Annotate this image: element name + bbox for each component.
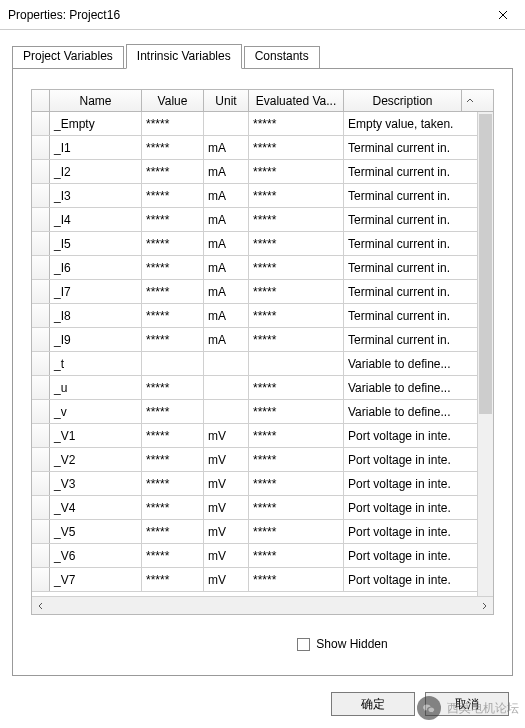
row-header[interactable]	[32, 232, 50, 255]
cell-evaluated[interactable]: *****	[249, 304, 344, 327]
table-row[interactable]: _V7*****mV*****Port voltage in inte.	[32, 568, 493, 592]
tab-intrinsic-variables[interactable]: Intrinsic Variables	[126, 44, 242, 69]
cell-value[interactable]: *****	[142, 232, 204, 255]
cell-evaluated[interactable]: *****	[249, 208, 344, 231]
cell-value[interactable]: *****	[142, 136, 204, 159]
row-header[interactable]	[32, 472, 50, 495]
cell-unit[interactable]: mA	[204, 256, 249, 279]
cell-description[interactable]: Port voltage in inte.	[344, 568, 462, 591]
cell-name[interactable]: _V6	[50, 544, 142, 567]
grid-header-description[interactable]: Description	[344, 90, 462, 111]
cell-name[interactable]: _Empty	[50, 112, 142, 135]
cell-value[interactable]: *****	[142, 328, 204, 351]
cell-description[interactable]: Port voltage in inte.	[344, 544, 462, 567]
row-header[interactable]	[32, 568, 50, 591]
horizontal-scrollbar[interactable]	[32, 596, 493, 614]
cell-value[interactable]: *****	[142, 304, 204, 327]
cell-evaluated[interactable]: *****	[249, 400, 344, 423]
row-header[interactable]	[32, 280, 50, 303]
scroll-right-button[interactable]	[475, 597, 493, 615]
table-row[interactable]: _V3*****mV*****Port voltage in inte.	[32, 472, 493, 496]
table-row[interactable]: _I3*****mA*****Terminal current in.	[32, 184, 493, 208]
cell-evaluated[interactable]: *****	[249, 472, 344, 495]
grid-header-unit[interactable]: Unit	[204, 90, 249, 111]
row-header[interactable]	[32, 160, 50, 183]
cell-description[interactable]: Port voltage in inte.	[344, 520, 462, 543]
cell-evaluated[interactable]: *****	[249, 544, 344, 567]
cell-value[interactable]: *****	[142, 472, 204, 495]
row-header[interactable]	[32, 424, 50, 447]
cell-name[interactable]: _t	[50, 352, 142, 375]
cell-evaluated[interactable]: *****	[249, 232, 344, 255]
cell-name[interactable]: _I9	[50, 328, 142, 351]
row-header[interactable]	[32, 112, 50, 135]
cell-value[interactable]: *****	[142, 112, 204, 135]
table-row[interactable]: _I2*****mA*****Terminal current in.	[32, 160, 493, 184]
cell-value[interactable]	[142, 352, 204, 375]
cell-description[interactable]: Terminal current in.	[344, 280, 462, 303]
cell-unit[interactable]: mV	[204, 496, 249, 519]
cell-description[interactable]: Variable to define...	[344, 400, 462, 423]
cell-evaluated[interactable]: *****	[249, 328, 344, 351]
table-row[interactable]: _u**********Variable to define...	[32, 376, 493, 400]
cell-evaluated[interactable]	[249, 352, 344, 375]
cell-value[interactable]: *****	[142, 544, 204, 567]
cell-name[interactable]: _V5	[50, 520, 142, 543]
cell-value[interactable]: *****	[142, 184, 204, 207]
cell-value[interactable]: *****	[142, 496, 204, 519]
row-header[interactable]	[32, 304, 50, 327]
cell-evaluated[interactable]: *****	[249, 256, 344, 279]
row-header[interactable]	[32, 256, 50, 279]
cell-unit[interactable]: mV	[204, 424, 249, 447]
cell-evaluated[interactable]: *****	[249, 424, 344, 447]
cell-unit[interactable]: mV	[204, 448, 249, 471]
cell-description[interactable]: Terminal current in.	[344, 304, 462, 327]
cell-evaluated[interactable]: *****	[249, 376, 344, 399]
cell-unit[interactable]: mV	[204, 520, 249, 543]
table-row[interactable]: _I4*****mA*****Terminal current in.	[32, 208, 493, 232]
grid-header-value[interactable]: Value	[142, 90, 204, 111]
cell-name[interactable]: _V2	[50, 448, 142, 471]
vertical-scrollbar[interactable]	[477, 112, 493, 596]
cell-description[interactable]: Port voltage in inte.	[344, 496, 462, 519]
table-row[interactable]: _V2*****mV*****Port voltage in inte.	[32, 448, 493, 472]
close-button[interactable]	[480, 0, 525, 30]
show-hidden-checkbox[interactable]: Show Hidden	[297, 637, 387, 651]
cell-evaluated[interactable]: *****	[249, 160, 344, 183]
cell-description[interactable]: Port voltage in inte.	[344, 472, 462, 495]
cell-evaluated[interactable]: *****	[249, 520, 344, 543]
cell-name[interactable]: _I8	[50, 304, 142, 327]
cell-evaluated[interactable]: *****	[249, 280, 344, 303]
cell-evaluated[interactable]: *****	[249, 136, 344, 159]
table-row[interactable]: _V4*****mV*****Port voltage in inte.	[32, 496, 493, 520]
cell-name[interactable]: _u	[50, 376, 142, 399]
cell-unit[interactable]: mA	[204, 304, 249, 327]
cell-description[interactable]: Terminal current in.	[344, 208, 462, 231]
cell-name[interactable]: _I6	[50, 256, 142, 279]
cell-value[interactable]: *****	[142, 280, 204, 303]
cell-description[interactable]: Terminal current in.	[344, 328, 462, 351]
cell-name[interactable]: _I3	[50, 184, 142, 207]
row-header[interactable]	[32, 208, 50, 231]
cell-description[interactable]: Empty value, taken.	[344, 112, 462, 135]
cell-evaluated[interactable]: *****	[249, 568, 344, 591]
table-row[interactable]: _I6*****mA*****Terminal current in.	[32, 256, 493, 280]
cell-value[interactable]: *****	[142, 448, 204, 471]
table-row[interactable]: _I7*****mA*****Terminal current in.	[32, 280, 493, 304]
row-header[interactable]	[32, 448, 50, 471]
cell-name[interactable]: _I7	[50, 280, 142, 303]
row-header[interactable]	[32, 184, 50, 207]
row-header[interactable]	[32, 136, 50, 159]
ok-button[interactable]: 确定	[331, 692, 415, 716]
table-row[interactable]: _v**********Variable to define...	[32, 400, 493, 424]
cell-unit[interactable]: mA	[204, 280, 249, 303]
cell-description[interactable]: Variable to define...	[344, 352, 462, 375]
table-row[interactable]: _I9*****mA*****Terminal current in.	[32, 328, 493, 352]
cell-description[interactable]: Terminal current in.	[344, 160, 462, 183]
table-row[interactable]: _tVariable to define...	[32, 352, 493, 376]
cell-value[interactable]: *****	[142, 520, 204, 543]
table-row[interactable]: _I5*****mA*****Terminal current in.	[32, 232, 493, 256]
cell-name[interactable]: _V7	[50, 568, 142, 591]
cell-unit[interactable]: mA	[204, 208, 249, 231]
row-header[interactable]	[32, 376, 50, 399]
